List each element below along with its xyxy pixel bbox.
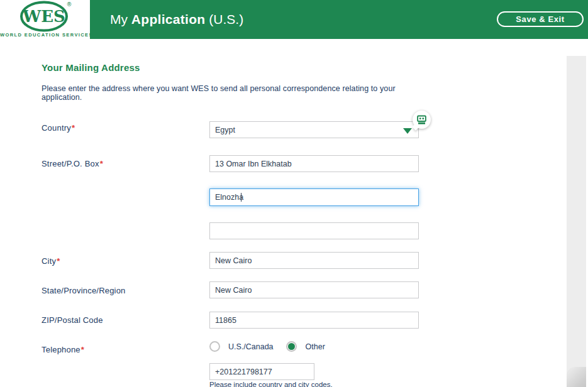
page-title-prefix: My — [110, 12, 131, 27]
country-select[interactable]: Egypt — [209, 121, 419, 138]
city-label: City* — [42, 256, 60, 266]
street-line3-input[interactable] — [209, 222, 419, 239]
text-caret — [241, 193, 241, 202]
page-title-main: Application — [131, 12, 206, 27]
required-asterisk: * — [81, 345, 84, 354]
logo-acronym: WES — [22, 7, 65, 26]
save-exit-button[interactable]: Save & Exit — [497, 11, 584, 27]
wes-logo[interactable]: WES ® WORLD EDUCATION SERVICES — [0, 0, 90, 39]
street-label-text: Street/P.O. Box — [42, 159, 99, 168]
radio-other-label[interactable]: Other — [306, 342, 325, 351]
city-input[interactable] — [209, 252, 419, 269]
logo-tagline: WORLD EDUCATION SERVICES — [0, 32, 90, 38]
zip-input[interactable] — [209, 312, 419, 329]
page-title: My Application (U.S.) — [110, 0, 243, 39]
scrollbar-track[interactable] — [567, 56, 586, 387]
telephone-label: Telephone* — [42, 345, 84, 354]
scrollbar-thumb[interactable] — [567, 367, 586, 387]
logo-reg-mark: ® — [67, 1, 72, 8]
radio-us-canada[interactable] — [209, 341, 220, 352]
wes-oval-logo-icon: WES ® — [13, 1, 78, 33]
telephone-input[interactable] — [209, 363, 314, 380]
street-line2-wrap — [209, 188, 419, 206]
country-label: Country* — [42, 123, 75, 133]
country-selected-value: Egypt — [215, 126, 235, 134]
robot-icon — [416, 114, 427, 125]
wes-application-page: WES ® WORLD EDUCATION SERVICES My Applic… — [0, 0, 588, 387]
state-label: State/Province/Region — [42, 286, 126, 295]
telephone-type-radio-group: U.S./Canada Other — [209, 340, 325, 353]
country-label-text: Country — [42, 123, 71, 133]
city-label-text: City — [42, 256, 56, 266]
section-heading: Your Mailing Address — [42, 62, 140, 73]
chevron-down-icon — [403, 128, 412, 134]
street-label: Street/P.O. Box* — [42, 159, 103, 168]
radio-other[interactable] — [286, 341, 297, 352]
street-line1-input[interactable] — [209, 155, 419, 172]
required-asterisk: * — [72, 123, 75, 133]
required-asterisk: * — [100, 159, 103, 168]
state-input[interactable] — [209, 281, 419, 298]
telephone-hint: Please include country and city codes. — [209, 381, 333, 387]
page-title-suffix: (U.S.) — [205, 12, 243, 27]
radio-us-canada-label[interactable]: U.S./Canada — [228, 342, 274, 351]
required-asterisk: * — [57, 256, 60, 266]
assistant-bubble-button[interactable] — [413, 111, 431, 129]
zip-label: ZIP/Postal Code — [42, 315, 103, 325]
telephone-label-text: Telephone — [42, 345, 80, 354]
section-description: Please enter the address where you want … — [42, 84, 431, 102]
